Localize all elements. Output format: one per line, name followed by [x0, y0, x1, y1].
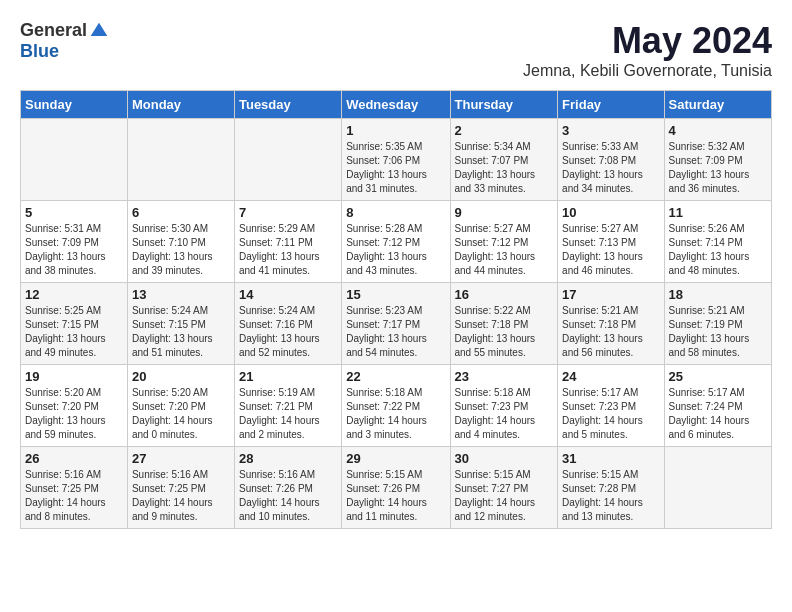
calendar-cell: 16Sunrise: 5:22 AM Sunset: 7:18 PM Dayli…: [450, 283, 558, 365]
cell-content: Sunrise: 5:32 AM Sunset: 7:09 PM Dayligh…: [669, 140, 767, 196]
day-number: 10: [562, 205, 659, 220]
calendar-cell: 5Sunrise: 5:31 AM Sunset: 7:09 PM Daylig…: [21, 201, 128, 283]
cell-content: Sunrise: 5:33 AM Sunset: 7:08 PM Dayligh…: [562, 140, 659, 196]
day-number: 14: [239, 287, 337, 302]
calendar-body: 1Sunrise: 5:35 AM Sunset: 7:06 PM Daylig…: [21, 119, 772, 529]
title-block: May 2024 Jemna, Kebili Governorate, Tuni…: [523, 20, 772, 80]
calendar-cell: [127, 119, 234, 201]
cell-content: Sunrise: 5:22 AM Sunset: 7:18 PM Dayligh…: [455, 304, 554, 360]
calendar-cell: 10Sunrise: 5:27 AM Sunset: 7:13 PM Dayli…: [558, 201, 664, 283]
cell-content: Sunrise: 5:16 AM Sunset: 7:25 PM Dayligh…: [132, 468, 230, 524]
calendar-cell: 15Sunrise: 5:23 AM Sunset: 7:17 PM Dayli…: [342, 283, 450, 365]
day-number: 13: [132, 287, 230, 302]
day-number: 12: [25, 287, 123, 302]
day-number: 3: [562, 123, 659, 138]
calendar-cell: 1Sunrise: 5:35 AM Sunset: 7:06 PM Daylig…: [342, 119, 450, 201]
day-number: 9: [455, 205, 554, 220]
location-text: Jemna, Kebili Governorate, Tunisia: [523, 62, 772, 80]
calendar-week-row: 1Sunrise: 5:35 AM Sunset: 7:06 PM Daylig…: [21, 119, 772, 201]
day-number: 16: [455, 287, 554, 302]
day-number: 31: [562, 451, 659, 466]
cell-content: Sunrise: 5:19 AM Sunset: 7:21 PM Dayligh…: [239, 386, 337, 442]
cell-content: Sunrise: 5:15 AM Sunset: 7:28 PM Dayligh…: [562, 468, 659, 524]
cell-content: Sunrise: 5:28 AM Sunset: 7:12 PM Dayligh…: [346, 222, 445, 278]
svg-marker-0: [91, 22, 108, 35]
day-number: 11: [669, 205, 767, 220]
calendar-cell: 8Sunrise: 5:28 AM Sunset: 7:12 PM Daylig…: [342, 201, 450, 283]
cell-content: Sunrise: 5:25 AM Sunset: 7:15 PM Dayligh…: [25, 304, 123, 360]
day-number: 26: [25, 451, 123, 466]
logo: General Blue: [20, 20, 109, 62]
calendar-table: SundayMondayTuesdayWednesdayThursdayFrid…: [20, 90, 772, 529]
day-number: 5: [25, 205, 123, 220]
cell-content: Sunrise: 5:16 AM Sunset: 7:26 PM Dayligh…: [239, 468, 337, 524]
day-number: 23: [455, 369, 554, 384]
calendar-cell: [234, 119, 341, 201]
cell-content: Sunrise: 5:21 AM Sunset: 7:19 PM Dayligh…: [669, 304, 767, 360]
calendar-week-row: 12Sunrise: 5:25 AM Sunset: 7:15 PM Dayli…: [21, 283, 772, 365]
calendar-cell: [664, 447, 771, 529]
day-number: 15: [346, 287, 445, 302]
cell-content: Sunrise: 5:30 AM Sunset: 7:10 PM Dayligh…: [132, 222, 230, 278]
calendar-cell: 30Sunrise: 5:15 AM Sunset: 7:27 PM Dayli…: [450, 447, 558, 529]
weekday-header: Thursday: [450, 91, 558, 119]
weekday-header: Sunday: [21, 91, 128, 119]
day-number: 4: [669, 123, 767, 138]
day-number: 20: [132, 369, 230, 384]
cell-content: Sunrise: 5:34 AM Sunset: 7:07 PM Dayligh…: [455, 140, 554, 196]
day-number: 2: [455, 123, 554, 138]
calendar-cell: 7Sunrise: 5:29 AM Sunset: 7:11 PM Daylig…: [234, 201, 341, 283]
calendar-cell: 22Sunrise: 5:18 AM Sunset: 7:22 PM Dayli…: [342, 365, 450, 447]
calendar-cell: 2Sunrise: 5:34 AM Sunset: 7:07 PM Daylig…: [450, 119, 558, 201]
calendar-cell: 27Sunrise: 5:16 AM Sunset: 7:25 PM Dayli…: [127, 447, 234, 529]
calendar-week-row: 5Sunrise: 5:31 AM Sunset: 7:09 PM Daylig…: [21, 201, 772, 283]
day-number: 25: [669, 369, 767, 384]
cell-content: Sunrise: 5:18 AM Sunset: 7:22 PM Dayligh…: [346, 386, 445, 442]
weekday-header: Tuesday: [234, 91, 341, 119]
calendar-cell: 18Sunrise: 5:21 AM Sunset: 7:19 PM Dayli…: [664, 283, 771, 365]
weekday-header: Monday: [127, 91, 234, 119]
cell-content: Sunrise: 5:20 AM Sunset: 7:20 PM Dayligh…: [25, 386, 123, 442]
cell-content: Sunrise: 5:24 AM Sunset: 7:16 PM Dayligh…: [239, 304, 337, 360]
calendar-cell: 26Sunrise: 5:16 AM Sunset: 7:25 PM Dayli…: [21, 447, 128, 529]
calendar-cell: 29Sunrise: 5:15 AM Sunset: 7:26 PM Dayli…: [342, 447, 450, 529]
calendar-cell: 24Sunrise: 5:17 AM Sunset: 7:23 PM Dayli…: [558, 365, 664, 447]
logo-blue-text: Blue: [20, 41, 59, 62]
calendar-cell: [21, 119, 128, 201]
day-number: 18: [669, 287, 767, 302]
calendar-cell: 25Sunrise: 5:17 AM Sunset: 7:24 PM Dayli…: [664, 365, 771, 447]
calendar-week-row: 26Sunrise: 5:16 AM Sunset: 7:25 PM Dayli…: [21, 447, 772, 529]
cell-content: Sunrise: 5:17 AM Sunset: 7:24 PM Dayligh…: [669, 386, 767, 442]
weekday-header: Wednesday: [342, 91, 450, 119]
calendar-cell: 3Sunrise: 5:33 AM Sunset: 7:08 PM Daylig…: [558, 119, 664, 201]
cell-content: Sunrise: 5:15 AM Sunset: 7:27 PM Dayligh…: [455, 468, 554, 524]
logo-icon: [89, 21, 109, 41]
weekday-header-row: SundayMondayTuesdayWednesdayThursdayFrid…: [21, 91, 772, 119]
cell-content: Sunrise: 5:21 AM Sunset: 7:18 PM Dayligh…: [562, 304, 659, 360]
calendar-cell: 17Sunrise: 5:21 AM Sunset: 7:18 PM Dayli…: [558, 283, 664, 365]
cell-content: Sunrise: 5:23 AM Sunset: 7:17 PM Dayligh…: [346, 304, 445, 360]
day-number: 27: [132, 451, 230, 466]
calendar-cell: 9Sunrise: 5:27 AM Sunset: 7:12 PM Daylig…: [450, 201, 558, 283]
weekday-header: Friday: [558, 91, 664, 119]
weekday-header: Saturday: [664, 91, 771, 119]
cell-content: Sunrise: 5:35 AM Sunset: 7:06 PM Dayligh…: [346, 140, 445, 196]
cell-content: Sunrise: 5:17 AM Sunset: 7:23 PM Dayligh…: [562, 386, 659, 442]
day-number: 21: [239, 369, 337, 384]
day-number: 1: [346, 123, 445, 138]
calendar-cell: 12Sunrise: 5:25 AM Sunset: 7:15 PM Dayli…: [21, 283, 128, 365]
cell-content: Sunrise: 5:27 AM Sunset: 7:13 PM Dayligh…: [562, 222, 659, 278]
day-number: 29: [346, 451, 445, 466]
cell-content: Sunrise: 5:31 AM Sunset: 7:09 PM Dayligh…: [25, 222, 123, 278]
calendar-cell: 6Sunrise: 5:30 AM Sunset: 7:10 PM Daylig…: [127, 201, 234, 283]
calendar-week-row: 19Sunrise: 5:20 AM Sunset: 7:20 PM Dayli…: [21, 365, 772, 447]
cell-content: Sunrise: 5:26 AM Sunset: 7:14 PM Dayligh…: [669, 222, 767, 278]
day-number: 30: [455, 451, 554, 466]
calendar-cell: 31Sunrise: 5:15 AM Sunset: 7:28 PM Dayli…: [558, 447, 664, 529]
calendar-cell: 11Sunrise: 5:26 AM Sunset: 7:14 PM Dayli…: [664, 201, 771, 283]
day-number: 19: [25, 369, 123, 384]
day-number: 17: [562, 287, 659, 302]
cell-content: Sunrise: 5:20 AM Sunset: 7:20 PM Dayligh…: [132, 386, 230, 442]
calendar-cell: 14Sunrise: 5:24 AM Sunset: 7:16 PM Dayli…: [234, 283, 341, 365]
logo-general-text: General: [20, 20, 87, 41]
